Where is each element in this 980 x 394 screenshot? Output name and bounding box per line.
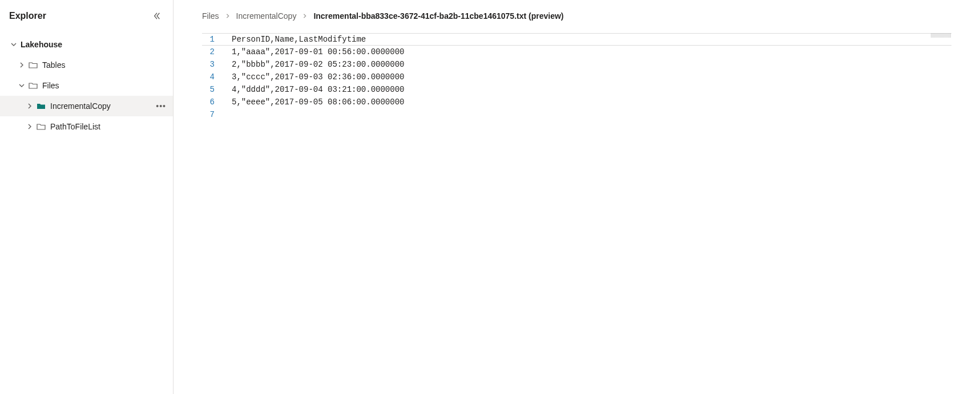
tree-item-label: IncrementalCopy <box>50 101 111 111</box>
chevron-right-icon <box>225 11 231 21</box>
code-content[interactable]: PersonID,Name,LastModifytime 1,"aaaa",20… <box>218 33 404 121</box>
chevron-right-icon <box>302 11 308 21</box>
sidebar-header: Explorer <box>0 5 173 27</box>
code-line: 2,"bbbb",2017-09-02 05:23:00.0000000 <box>232 58 404 71</box>
line-number: 1 <box>202 33 215 46</box>
file-preview-editor: 1 2 3 4 5 6 7 PersonID,Name,LastModifyti… <box>202 33 951 121</box>
line-number-gutter: 1 2 3 4 5 6 7 <box>202 33 218 121</box>
more-options-button[interactable]: ••• <box>156 101 166 111</box>
explorer-tree: Lakehouse Tables Files <box>0 27 173 137</box>
sidebar-title: Explorer <box>9 11 46 21</box>
chevron-right-icon <box>17 60 26 70</box>
line-number: 3 <box>202 58 215 71</box>
breadcrumb: Files IncrementalCopy Incremental-bba833… <box>202 11 951 21</box>
code-line: PersonID,Name,LastModifytime <box>232 33 404 46</box>
folder-icon <box>29 81 38 90</box>
chevron-down-icon <box>17 81 26 90</box>
tree-item-incremental-copy[interactable]: IncrementalCopy ••• <box>0 96 173 116</box>
chevron-right-icon <box>25 122 34 131</box>
line-number: 4 <box>202 71 215 83</box>
line-number: 5 <box>202 83 215 96</box>
code-line: 1,"aaaa",2017-09-01 00:56:00.0000000 <box>232 46 404 58</box>
chevron-down-icon <box>9 40 18 49</box>
tree-item-label: PathToFileList <box>50 122 100 131</box>
line-number: 2 <box>202 46 215 58</box>
tree-item-path-to-file-list[interactable]: PathToFileList <box>0 116 173 137</box>
main-content: Files IncrementalCopy Incremental-bba833… <box>174 0 980 394</box>
tree-item-lakehouse[interactable]: Lakehouse <box>0 34 173 55</box>
line-number: 6 <box>202 96 215 108</box>
tree-item-files[interactable]: Files <box>0 75 173 96</box>
tree-item-label: Files <box>42 81 59 90</box>
breadcrumb-current-file: Incremental-bba833ce-3672-41cf-ba2b-11cb… <box>313 11 563 21</box>
tree-item-label: Tables <box>42 60 65 70</box>
sidebar: Explorer Lakehouse Tables <box>0 0 174 394</box>
folder-open-icon <box>37 101 46 111</box>
tree-item-label: Lakehouse <box>21 40 62 49</box>
code-line: 5,"eeee",2017-09-05 08:06:00.0000000 <box>232 96 404 108</box>
tree-item-tables[interactable]: Tables <box>0 55 173 75</box>
line-number: 7 <box>202 108 215 121</box>
breadcrumb-files[interactable]: Files <box>202 11 219 21</box>
folder-icon <box>29 60 38 70</box>
chevron-right-icon <box>25 101 34 111</box>
breadcrumb-incremental-copy[interactable]: IncrementalCopy <box>236 11 297 21</box>
chevron-double-left-icon <box>153 12 161 20</box>
code-line: 3,"cccc",2017-09-03 02:36:00.0000000 <box>232 71 404 83</box>
folder-icon <box>37 122 46 131</box>
collapse-sidebar-button[interactable] <box>150 9 164 23</box>
code-line: 4,"dddd",2017-09-04 03:21:00.0000000 <box>232 83 404 96</box>
